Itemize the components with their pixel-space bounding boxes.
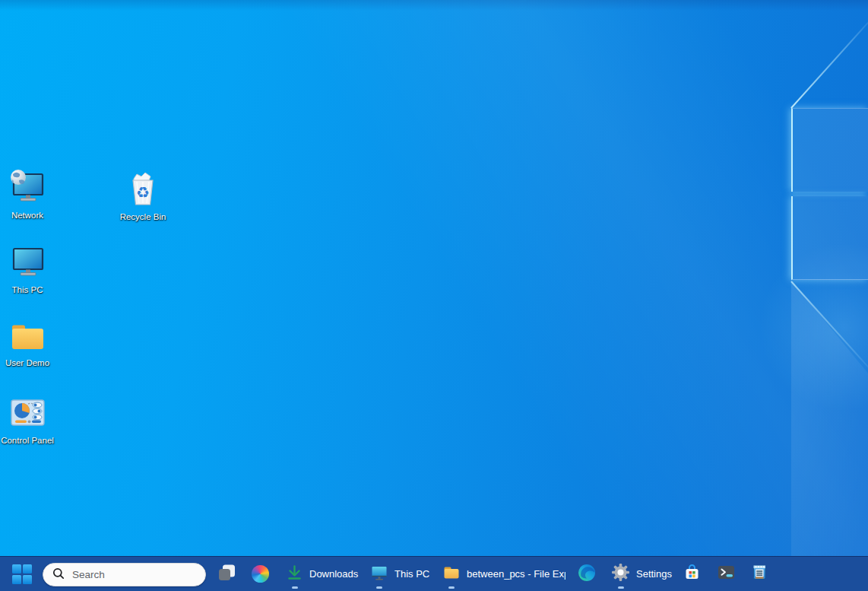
microsoft-edge-icon <box>578 564 596 585</box>
running-indicator <box>448 586 455 589</box>
notepad-icon <box>751 564 768 584</box>
store-button[interactable] <box>683 557 701 591</box>
this-pc-icon <box>371 564 388 584</box>
running-indicator <box>292 586 298 589</box>
running-indicator <box>376 586 382 589</box>
start-button[interactable] <box>12 557 32 591</box>
control-panel-icon <box>9 395 46 433</box>
wallpaper-logo-pane-bottom <box>791 196 868 280</box>
network-icon <box>8 170 46 208</box>
taskbar-button-this-pc[interactable]: This PC <box>371 557 429 591</box>
desktop-icon-label: Control Panel <box>1 436 54 446</box>
desktop-icon-this-pc[interactable]: This PC <box>0 244 55 295</box>
copilot-icon <box>252 565 269 583</box>
wallpaper-logo-pane-top <box>791 108 868 192</box>
terminal-button[interactable] <box>718 557 735 591</box>
desktop-icon-label: This PC <box>12 285 43 295</box>
desktop-icon-label: Network <box>11 211 43 221</box>
gear-icon <box>612 564 629 584</box>
taskbar-button-label: This PC <box>394 568 429 580</box>
microsoft-store-icon <box>683 564 701 584</box>
desktop-icon-label: Recycle Bin <box>120 212 166 222</box>
svg-text:♻: ♻ <box>136 183 150 202</box>
this-pc-icon <box>8 244 46 282</box>
wallpaper-light-ray-top <box>790 11 868 109</box>
search-input[interactable] <box>71 568 208 581</box>
recycle-bin-icon: ♻ <box>125 170 161 209</box>
taskbar-search[interactable] <box>43 563 206 586</box>
taskbar-button-file-explorer[interactable]: between_pcs - File Explo <box>443 557 565 591</box>
downloads-icon <box>287 564 303 584</box>
windows-desktop: Network ♻ Recycle Bin <box>0 0 868 591</box>
task-view-icon <box>217 563 236 585</box>
running-indicator <box>618 586 624 589</box>
notepad-button[interactable] <box>751 557 768 591</box>
taskbar-button-label: between_pcs - File Explo <box>467 568 565 580</box>
taskbar: Downloads This PC <box>0 556 868 591</box>
taskbar-button-downloads[interactable]: Downloads <box>287 557 358 591</box>
search-icon <box>52 567 65 583</box>
desktop-icon-user-demo[interactable]: User Demo <box>0 322 55 368</box>
edge-button[interactable] <box>578 557 596 591</box>
wallpaper-top-shade <box>0 0 868 11</box>
taskbar-button-label: Downloads <box>309 568 358 580</box>
folder-icon <box>443 564 460 584</box>
terminal-icon <box>718 564 735 584</box>
task-view-button[interactable] <box>217 557 236 591</box>
desktop-icon-label: User Demo <box>5 358 49 368</box>
desktop-icon-control-panel[interactable]: Control Panel <box>0 395 55 446</box>
desktop-icon-recycle-bin[interactable]: ♻ Recycle Bin <box>116 170 170 222</box>
taskbar-button-settings[interactable]: Settings <box>612 557 672 591</box>
taskbar-button-label: Settings <box>636 568 672 580</box>
copilot-button[interactable] <box>252 557 269 591</box>
folder-icon <box>9 322 46 355</box>
desktop-icon-network[interactable]: Network <box>0 170 55 221</box>
windows-start-icon <box>12 564 32 584</box>
wallpaper-sheen <box>0 0 868 591</box>
